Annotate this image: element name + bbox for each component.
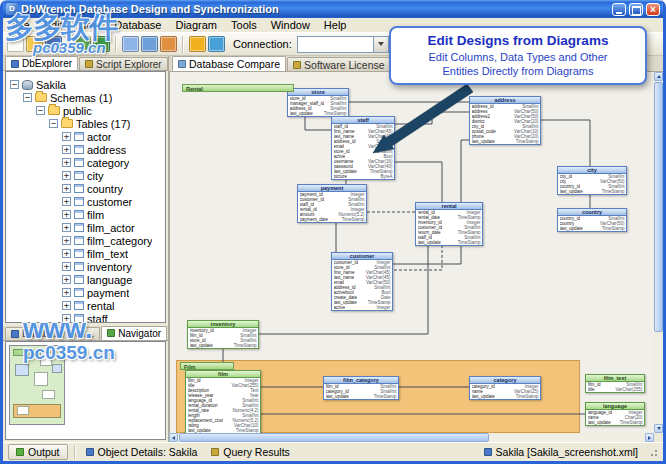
er-column[interactable]: last_updateTimeStamp	[416, 240, 482, 245]
menu-item-help[interactable]: Help	[317, 18, 354, 32]
expand-toggle[interactable]: +	[62, 262, 71, 271]
tree-item-inventory[interactable]: +inventory	[6, 260, 165, 273]
horizontal-scroll-thumb[interactable]	[179, 433, 489, 442]
expand-toggle[interactable]: +	[62, 275, 71, 284]
redo-icon[interactable]	[93, 36, 110, 52]
tree-item-payment[interactable]: +payment	[6, 286, 165, 299]
er-table-payment[interactable]: paymentpayment_idIntegercustomer_idSmall…	[297, 184, 367, 223]
tree-item-film-actor[interactable]: +film_actor	[6, 221, 165, 234]
save-icon[interactable]	[45, 36, 62, 52]
navigator-thumbnail[interactable]	[9, 345, 65, 425]
tree-item-staff[interactable]: +staff	[6, 312, 165, 323]
tree-item-actor[interactable]: +actor	[6, 130, 165, 143]
er-table-address[interactable]: addressaddress_idSmallIntaddressVarChar(…	[469, 96, 541, 145]
menu-item-tools[interactable]: Tools	[224, 18, 264, 32]
er-table-customer[interactable]: customercustomer_idIntegerstore_idSmallI…	[331, 252, 393, 311]
tab-software-license[interactable]: Software License	[287, 57, 391, 71]
relationship-line[interactable]	[541, 120, 590, 166]
er-column[interactable]: payment_dateTimeStamp	[298, 217, 366, 222]
zoom-in-icon[interactable]	[122, 36, 139, 52]
tree-item-public[interactable]: −public	[6, 104, 165, 117]
tree-item-category[interactable]: +category	[6, 156, 165, 169]
relationship-line[interactable]	[393, 245, 442, 270]
vertical-scrollbar[interactable]	[654, 72, 663, 433]
tree-item-schemas-1[interactable]: −Schemas (1)	[6, 91, 165, 104]
tab-navigator[interactable]: Navigator	[101, 326, 167, 340]
er-table-header[interactable]: film_text	[586, 375, 644, 382]
er-column[interactable]: last_updateTimeStamp	[558, 189, 626, 194]
er-column[interactable]: last_updateTimeStamp	[558, 226, 626, 231]
er-column[interactable]: last_updateTimeStamp	[188, 343, 258, 348]
menu-item-database[interactable]: Database	[107, 18, 168, 32]
relationship-line[interactable]	[395, 112, 469, 124]
tree-item-tables-17[interactable]: −Tables (17)	[6, 117, 165, 130]
er-table-country[interactable]: countrycountry_idSmallIntcountryVarChar(…	[557, 208, 627, 232]
new-file-icon[interactable]	[7, 36, 24, 52]
expand-toggle[interactable]: +	[62, 132, 71, 141]
menu-item-view[interactable]: View	[70, 18, 108, 32]
menu-item-edit[interactable]: Edit	[37, 18, 70, 32]
er-table-header[interactable]: payment	[298, 185, 366, 192]
er-column[interactable]: pictureByteA	[332, 174, 394, 179]
tree-item-address[interactable]: +address	[6, 143, 165, 156]
tree-item-rental[interactable]: +rental	[6, 299, 165, 312]
er-column[interactable]: last_updateTimeStamp	[470, 394, 540, 399]
tree-item-customer[interactable]: +customer	[6, 195, 165, 208]
undo-icon[interactable]	[74, 36, 91, 52]
expand-toggle[interactable]: +	[62, 314, 71, 323]
expand-toggle[interactable]: +	[62, 223, 71, 232]
expand-toggle[interactable]: +	[62, 288, 71, 297]
tab-database-con[interactable]: Database Con...	[5, 327, 100, 340]
menu-item-window[interactable]: Window	[264, 18, 317, 32]
collapse-toggle[interactable]: −	[36, 106, 45, 115]
er-table-header[interactable]: customer	[332, 253, 392, 260]
expand-toggle[interactable]: +	[62, 210, 71, 219]
tree-item-film[interactable]: +film	[6, 208, 165, 221]
er-table-film[interactable]: filmfilm_idIntegertitleVarChar(255)descr…	[185, 370, 261, 433]
er-column[interactable]: last_updateTimeStamp	[470, 139, 540, 144]
er-table-header[interactable]: country	[558, 209, 626, 216]
er-column[interactable]: last_updateTimeStamp	[324, 394, 398, 399]
maximize-button[interactable]	[629, 3, 643, 16]
expand-toggle[interactable]: +	[62, 158, 71, 167]
scroll-left-button[interactable]	[169, 433, 178, 442]
er-table-header[interactable]: address	[470, 97, 540, 104]
tree-item-sakila[interactable]: −Sakila	[6, 78, 165, 91]
er-table-header[interactable]: category	[470, 377, 540, 384]
scroll-up-button[interactable]	[654, 72, 663, 81]
tab-script-explorer[interactable]: Script Explorer	[79, 57, 168, 70]
zoom-out-icon[interactable]	[141, 36, 158, 52]
er-table-header[interactable]: language	[586, 403, 644, 410]
expand-toggle[interactable]: +	[62, 197, 71, 206]
er-column[interactable]: titleVarChar(255)	[586, 387, 644, 392]
er-table-staff[interactable]: staffstaff_idSmallIntfirst_nameVarChar(4…	[331, 116, 395, 180]
region-rental[interactable]: Rental	[182, 84, 294, 92]
er-table-city[interactable]: citycity_idSmallIntcityVarChar(50)countr…	[557, 166, 627, 195]
collapse-toggle[interactable]: −	[10, 80, 19, 89]
close-button[interactable]	[646, 3, 660, 16]
collapse-toggle[interactable]: −	[23, 93, 32, 102]
tree-item-language[interactable]: +language	[6, 273, 165, 286]
menu-item-file[interactable]: File	[5, 18, 37, 32]
er-column[interactable]: last_updateTimeStamp	[586, 420, 644, 425]
collapse-toggle[interactable]: −	[49, 119, 58, 128]
horizontal-scrollbar[interactable]	[169, 433, 654, 442]
titlebar[interactable]: D DbWrench Database Design and Synchroni…	[3, 0, 663, 18]
connection-combobox[interactable]	[297, 36, 389, 53]
tab-database-compare[interactable]: Database Compare	[172, 56, 286, 71]
tree-item-film-category[interactable]: +film_category	[6, 234, 165, 247]
new-table-icon[interactable]	[160, 36, 177, 52]
open-folder-icon[interactable]	[26, 36, 43, 52]
er-column[interactable]: activeInteger	[332, 305, 392, 310]
er-table-header[interactable]: staff	[332, 117, 394, 124]
relationship-line[interactable]	[305, 116, 331, 130]
refresh-icon[interactable]	[208, 36, 225, 52]
resize-grip[interactable]	[648, 447, 658, 457]
er-table-header[interactable]: rental	[416, 203, 482, 210]
expand-toggle[interactable]: +	[62, 236, 71, 245]
er-table-film_category[interactable]: film_categoryfilm_idSmallIntcategory_idS…	[323, 376, 399, 400]
er-table-category[interactable]: categorycategory_idIntegernameVarChar(25…	[469, 376, 541, 400]
tab-dbexplorer[interactable]: DbExplorer	[5, 56, 78, 70]
er-table-header[interactable]: film	[186, 371, 260, 378]
object-details-button[interactable]: Object Details: Sakila	[82, 445, 202, 459]
